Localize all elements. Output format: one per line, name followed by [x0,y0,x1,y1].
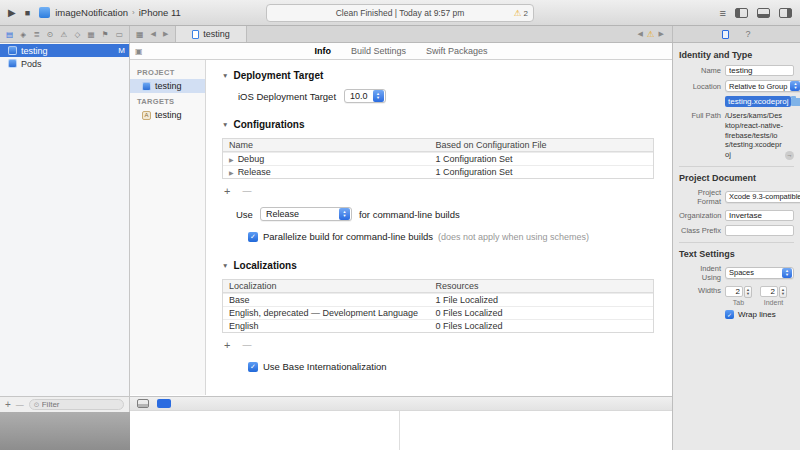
editor-options-icon[interactable]: ≡ [720,7,726,19]
quick-help-inspector-icon[interactable]: ? [745,29,750,39]
remove-configuration-button[interactable]: — [242,186,251,196]
name-field[interactable] [725,65,794,76]
target-item-testing[interactable]: A testing [130,108,205,122]
config-row-release[interactable]: ▶Release 1 Configuration Set [223,165,653,178]
find-navigator-icon[interactable]: ⊙ [47,30,53,39]
report-navigator-icon[interactable]: ▭ [116,30,123,39]
toggle-inspector-button[interactable] [779,8,792,18]
stop-button[interactable]: ■ [25,8,30,18]
run-button[interactable]: ▶ [8,7,16,18]
indent-using-popup[interactable]: Spaces ▲▼ [725,267,794,279]
toggle-debug-area-button[interactable] [757,8,770,18]
widths-label: Widths [679,286,721,295]
tab-build-settings[interactable]: Build Settings [351,46,406,56]
previous-issue-button[interactable]: ◀ [638,30,643,38]
disclosure-closed-icon[interactable]: ▶ [229,169,234,176]
location-popup[interactable]: Relative to Group ▲▼ [725,80,800,92]
wrap-lines-checkbox[interactable]: ✓ [725,310,734,319]
add-configuration-button[interactable]: + [224,185,230,197]
tab-width-stepper[interactable]: ▲▼ [744,286,752,298]
project-navigator-icon[interactable]: ▤ [6,30,13,39]
command-line-config-popup[interactable]: Release ▲▼ [260,207,352,221]
hide-debug-area-icon[interactable] [157,399,171,408]
reveal-in-finder-icon[interactable]: → [785,151,794,160]
tab-swift-packages[interactable]: Swift Packages [426,46,488,56]
scheme-app-icon [39,7,50,18]
project-item-testing[interactable]: testing [130,79,205,93]
navigator-item-pods[interactable]: Pods [0,57,129,70]
test-navigator-icon[interactable]: ◇ [74,30,80,39]
issue-navigator-icon[interactable]: ⚠ [60,30,67,39]
identity-and-type-header: Identity and Type [679,50,794,60]
ios-deployment-target-popup[interactable]: 10.0 ▲▼ [344,89,386,103]
tab-label: testing [203,29,230,39]
destination-name[interactable]: iPhone 11 [139,7,181,18]
xcodeproj-icon [8,59,17,68]
text-settings-header: Text Settings [679,249,794,259]
config-name: Release [238,167,271,177]
section-localizations: ▼ Localizations [222,260,658,271]
config-name: Debug [238,154,265,164]
debug-navigator-icon[interactable]: ▦ [87,30,94,39]
related-items-icon[interactable]: ▣ [135,47,143,56]
navigator-filter-bar: + — ⊙ [0,396,130,412]
debug-bar [130,396,672,410]
localization-row-base[interactable]: Base 1 File Localized [223,293,653,306]
indent-using-row: Indent Using Spaces ▲▼ [679,264,794,282]
indent-width-field[interactable] [760,286,778,297]
scheme-name[interactable]: imageNotification [55,7,128,18]
navigator-item-label: Pods [21,59,125,69]
indent-width-stepper[interactable]: ▲▼ [779,286,787,298]
disclosure-closed-icon[interactable]: ▶ [229,156,234,163]
disclosure-icon[interactable]: ▼ [222,121,228,128]
issue-badge[interactable]: ⚠ 2 [514,5,528,21]
disclosure-icon[interactable]: ▼ [222,262,228,269]
source-control-navigator-icon[interactable]: ◈ [20,30,26,39]
add-button[interactable]: + [5,399,11,410]
breakpoint-navigator-icon[interactable]: ⚑ [102,30,109,39]
project-format-popup[interactable]: Xcode 9.3-compatible ▲▼ [725,191,800,203]
choose-folder-icon[interactable] [791,98,800,106]
navigator-item-testing[interactable]: testing M [0,44,129,57]
add-localization-button[interactable]: + [224,339,230,351]
modified-badge: M [118,46,125,55]
project-format-row: Project Format Xcode 9.3-compatible ▲▼ [679,188,794,206]
activity-viewer[interactable]: Clean Finished | Today at 9:57 pm ⚠ 2 [266,4,534,22]
back-button[interactable]: ◀ [151,30,156,38]
divider [679,166,794,167]
toggle-navigator-button[interactable] [735,8,748,18]
deployment-target-row: iOS Deployment Target 10.0 ▲▼ [238,89,658,103]
localization-row-english-deprecated[interactable]: English, deprecated — Development Langua… [223,306,653,319]
file-name-value[interactable]: testing.xcodeproj [725,96,791,107]
breakpoints-toggle-icon[interactable] [137,399,149,408]
file-inspector-icon[interactable] [722,30,729,39]
tab-overview-icon[interactable]: ▦ [136,30,144,39]
filter-input[interactable] [42,400,119,409]
filter-field[interactable]: ⊙ [29,399,124,410]
main-toolbar: ▶ ■ imageNotification › iPhone 11 Clean … [0,0,800,26]
symbol-navigator-icon[interactable]: ≣ [33,30,39,39]
organization-label: Organization [679,211,721,220]
config-row-debug[interactable]: ▶Debug 1 Configuration Set [223,152,653,165]
tab-info[interactable]: Info [314,46,331,56]
project-header: PROJECT [130,64,205,79]
target-icon: A [142,111,151,120]
disclosure-icon[interactable]: ▼ [222,72,228,79]
forward-button[interactable]: ▶ [163,30,168,38]
next-issue-button[interactable]: ▶ [659,30,664,38]
full-path-label: Full Path [679,111,721,120]
localization-row-english[interactable]: English 0 Files Localized [223,319,653,332]
organization-field[interactable] [725,210,794,221]
parallelize-checkbox[interactable]: ✓ [248,232,258,242]
name-row: Name [679,65,794,76]
base-internationalization-checkbox[interactable]: ✓ [248,362,258,372]
tab-testing[interactable]: testing [175,26,247,42]
remove-localization-button[interactable]: — [242,340,251,350]
popup-value: 10.0 [345,91,373,101]
filter-icon: ⊙ [34,401,40,409]
use-suffix-label: for command-line builds [359,209,460,220]
remove-button[interactable]: — [16,400,24,409]
tab-width-field[interactable] [725,286,743,297]
localization-name: English, deprecated — Development Langua… [223,308,429,318]
class-prefix-field[interactable] [725,225,794,236]
